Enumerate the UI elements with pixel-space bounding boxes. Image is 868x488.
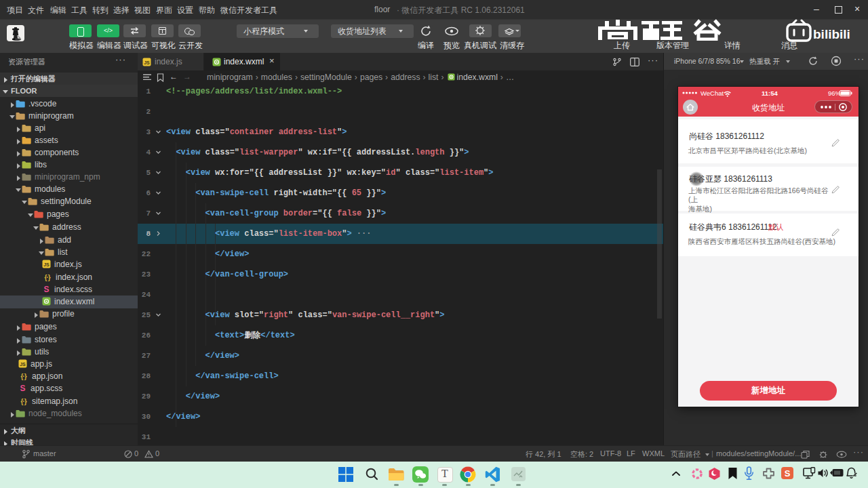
svg-text:WeChat: WeChat (701, 89, 724, 97)
svg-text:JS: JS (43, 262, 50, 267)
svg-text:JS: JS (20, 362, 26, 367)
svg-text:JS: JS (144, 60, 150, 65)
